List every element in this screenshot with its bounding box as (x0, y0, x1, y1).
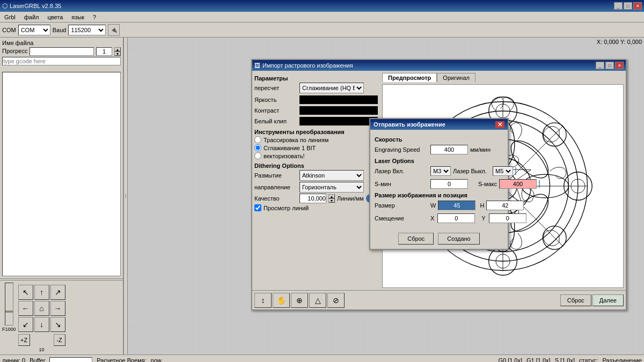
send-dialog-body: Скорость Engraving Speed мм/мин Laser Op… (370, 130, 508, 231)
menu-grbl[interactable]: Grbl (2, 13, 18, 21)
jog-w[interactable]: ← (18, 301, 33, 316)
import-maximize-btn[interactable]: □ (605, 62, 614, 69)
jog-speed-label: 10 (18, 347, 65, 352)
import-tool-3[interactable]: ⊕ (291, 293, 308, 308)
menu-help[interactable]: ? (91, 13, 98, 21)
razm-label: Размытие (254, 172, 297, 179)
offset-row: Смещение X Y (375, 213, 503, 223)
jog-nw[interactable]: ↖ (18, 285, 33, 300)
buffer-bar (49, 357, 92, 363)
panel-splitter[interactable]: ⋮ (123, 38, 128, 354)
laser-off-select[interactable]: M5 M3 (493, 166, 513, 176)
beliy-slider[interactable] (299, 117, 378, 125)
s-min-input[interactable] (430, 179, 468, 189)
kontrast-row: Контраст (254, 106, 378, 115)
import-reset-btn[interactable]: Сброс (560, 294, 591, 306)
size-w-input[interactable] (438, 201, 475, 210)
laser-off-label: Лазер Выкл. (453, 168, 491, 174)
quality-up[interactable]: ▲ (328, 194, 335, 198)
quality-down[interactable]: ▼ (328, 198, 335, 203)
import-tool-2[interactable]: ✋ (273, 293, 290, 308)
quality-input[interactable] (299, 194, 326, 203)
jog-ne[interactable]: ↗ (50, 285, 65, 300)
kontrast-slider[interactable] (299, 106, 378, 115)
baud-select[interactable]: 115200 (68, 25, 106, 35)
minimize-button[interactable]: _ (614, 2, 623, 10)
engraving-unit: мм/мин (470, 146, 491, 153)
tab-original[interactable]: Оригинал (437, 73, 475, 82)
progress-label: Прогресс (2, 48, 27, 54)
naprav-label: направление (254, 184, 297, 190)
import-dialog-title: 🖼 Импорт растрового изображения _ □ ✕ (252, 60, 626, 71)
com-label: COM (2, 27, 16, 33)
status-value: Разъединение (602, 357, 642, 363)
engraving-speed-input[interactable] (430, 145, 468, 154)
jog-sw[interactable]: ↙ (18, 317, 33, 332)
send-create-btn[interactable]: Создано (438, 233, 479, 245)
import-next-btn[interactable]: Далее (592, 294, 624, 306)
import-minimize-btn[interactable]: _ (596, 62, 604, 69)
maximize-button[interactable]: □ (624, 2, 632, 10)
import-tool-4[interactable]: △ (309, 293, 326, 308)
console-area[interactable] (2, 72, 121, 276)
connect-icon[interactable]: 🔌 (108, 24, 120, 36)
laser-info-btn[interactable]: i (515, 167, 516, 175)
import-tool-1[interactable]: ↕ (254, 293, 272, 308)
menu-language[interactable]: язык (69, 13, 86, 21)
dithering-label: Dithering Options (254, 162, 378, 169)
menu-file[interactable]: файл (22, 13, 41, 21)
radio1-input[interactable] (254, 136, 261, 143)
close-button[interactable]: ✕ (633, 2, 642, 10)
gcode-input[interactable] (2, 57, 121, 65)
laser-on-label: Лазер Вкл. (375, 168, 428, 174)
s-min-max-row: S-мин S-макс i (375, 179, 503, 189)
jog-se[interactable]: ↘ (50, 317, 65, 332)
import-tool-5[interactable]: ⊘ (327, 293, 345, 308)
offset-x-input[interactable] (437, 213, 475, 223)
radio2-input[interactable] (254, 144, 261, 151)
send-reset-btn[interactable]: Сброс (398, 233, 434, 245)
progress-up[interactable]: ▲ (114, 47, 121, 51)
jog-speed-slider[interactable] (5, 283, 13, 326)
radio1-label: Трассировка по линиям (264, 137, 328, 143)
beliy-row: Белый клип (254, 117, 378, 125)
naprav-select[interactable]: Горизонталь (299, 182, 364, 193)
jog-s[interactable]: ↓ (34, 317, 49, 332)
tab-preview[interactable]: Предпросмотр (382, 73, 437, 82)
left-panel-top: Имя файла Прогресс 1 ▲ ▼ (0, 38, 123, 70)
s-max-input[interactable] (499, 179, 537, 189)
jog-z-down[interactable]: -Z (54, 334, 65, 346)
send-dialog-close-btn[interactable]: ✕ (495, 121, 504, 128)
yarkost-slider[interactable] (299, 95, 378, 104)
size-row: Размер W H (375, 201, 503, 210)
s-status: S [1,0x] (555, 357, 575, 363)
yarkost-label: Яркость (254, 97, 297, 103)
com-select[interactable]: COM (18, 25, 50, 35)
progress-down[interactable]: ▼ (114, 51, 121, 56)
s-max-info-btn[interactable]: i (539, 180, 540, 188)
radio1-row: Трассировка по линиям (254, 136, 378, 143)
beliy-label: Белый клип (254, 118, 297, 124)
razm-select[interactable]: Atkinson (299, 170, 364, 181)
main-layout: Имя файла Прогресс 1 ▲ ▼ (0, 38, 644, 354)
peresch-select[interactable]: Сглаживание (HQ Бикубичес (299, 83, 364, 93)
jog-z-up[interactable]: +Z (18, 334, 30, 346)
size-w-label: Размер (375, 202, 428, 209)
preview-check-input[interactable] (254, 204, 261, 211)
menu-colors[interactable]: цвета (46, 13, 65, 21)
radio2-label: Сглаживание 1 BIT (264, 145, 316, 151)
speed-section-label: Скорость (375, 136, 503, 143)
jog-e[interactable]: → (50, 301, 65, 316)
jog-home[interactable]: ⌂ (34, 301, 49, 316)
offset-y-input[interactable] (489, 213, 526, 223)
instr-label: Инструменты преобразования (254, 129, 378, 135)
size-h-input[interactable] (486, 201, 524, 210)
preview-check-label: Просмотр линий (264, 205, 309, 211)
progress-input[interactable]: 1 (96, 47, 112, 56)
yarkost-row: Яркость (254, 95, 378, 104)
import-close-btn[interactable]: ✕ (615, 62, 624, 69)
laser-on-select[interactable]: M3 M4 (430, 166, 451, 176)
radio3-input[interactable] (254, 152, 261, 159)
jog-n[interactable]: ↑ (34, 285, 49, 300)
filename-label: Имя файла (2, 40, 121, 46)
